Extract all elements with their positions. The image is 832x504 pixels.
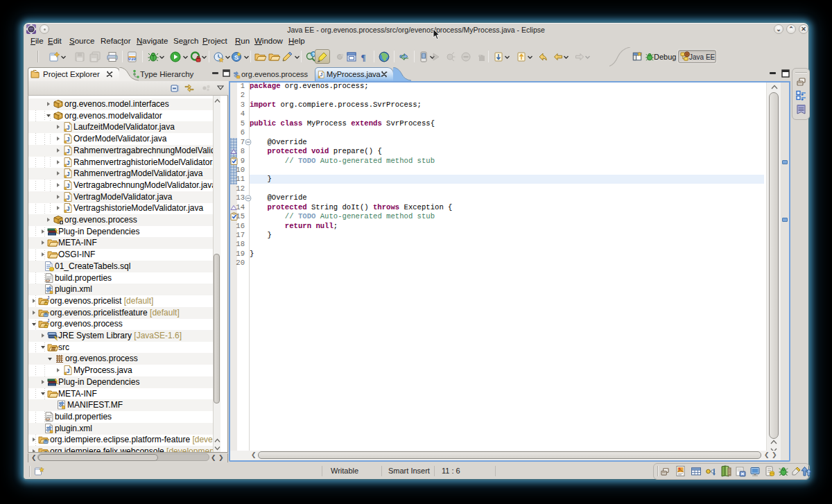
svg-text:¶: ¶ xyxy=(361,52,365,62)
